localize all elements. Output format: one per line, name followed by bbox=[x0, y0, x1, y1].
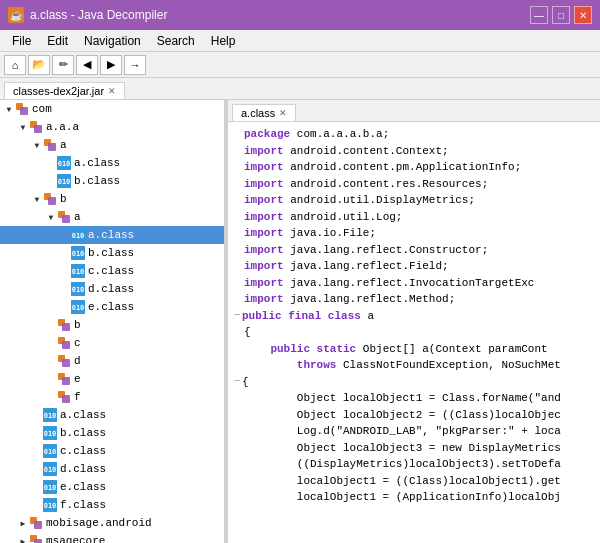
code-line: Object localObject1 = Class.forName("and bbox=[234, 390, 594, 407]
tree-item-cls-bb[interactable]: 010 b.class bbox=[0, 244, 224, 262]
package-icon bbox=[56, 335, 72, 351]
svg-text:010: 010 bbox=[58, 160, 71, 168]
class-icon: 010 bbox=[70, 299, 86, 315]
tree-item-cls-be[interactable]: 010 e.class bbox=[0, 298, 224, 316]
tree-toggle[interactable]: ▼ bbox=[18, 123, 28, 132]
toolbar-edit[interactable]: ✏ bbox=[52, 55, 74, 75]
tree-item-cls-e2[interactable]: 010 e.class bbox=[0, 478, 224, 496]
tree-toggle[interactable]: ▶ bbox=[18, 537, 28, 544]
maximize-button[interactable]: □ bbox=[552, 6, 570, 24]
tree-item-msagecore[interactable]: ▶ msagecore bbox=[0, 532, 224, 543]
tree-item-cls-c2[interactable]: 010 c.class bbox=[0, 442, 224, 460]
tree-item-cls-bc[interactable]: 010 c.class bbox=[0, 262, 224, 280]
code-line: public static Object[] a(Context paramCo… bbox=[234, 341, 594, 358]
tree-item-com-aaa-b-c[interactable]: c bbox=[0, 334, 224, 352]
tree-item-com-aaa-b-b[interactable]: b bbox=[0, 316, 224, 334]
tree-item-cls-b2[interactable]: 010 b.class bbox=[0, 424, 224, 442]
package-icon bbox=[28, 533, 44, 543]
tree-label: f bbox=[74, 391, 81, 403]
title-bar-left: ☕ a.class - Java Decompiler bbox=[8, 7, 167, 23]
tree-toggle[interactable]: ▶ bbox=[18, 519, 28, 528]
close-button[interactable]: ✕ bbox=[574, 6, 592, 24]
outer-tab-close[interactable]: ✕ bbox=[108, 86, 116, 96]
tree-item-com[interactable]: ▼ com bbox=[0, 100, 224, 118]
code-text: Object localObject2 = ((Class)localObjec bbox=[244, 407, 561, 424]
class-icon: 010 bbox=[70, 281, 86, 297]
code-line: localObject1 = ((Class)localObject1).get bbox=[234, 473, 594, 490]
code-editor[interactable]: package com.a.a.a.b.a;import android.con… bbox=[228, 122, 600, 543]
menu-edit[interactable]: Edit bbox=[39, 32, 76, 50]
tree-item-mobisage[interactable]: ▶ mobisage.android bbox=[0, 514, 224, 532]
menu-file[interactable]: File bbox=[4, 32, 39, 50]
code-text: localObject1 = (ApplicationInfo)localObj bbox=[244, 489, 561, 506]
tree-label: d.class bbox=[88, 283, 134, 295]
tree-label: d bbox=[74, 355, 81, 367]
code-text: Object localObject1 = Class.forName("and bbox=[244, 390, 561, 407]
tree-item-com-aaa-b-a[interactable]: ▼ a bbox=[0, 208, 224, 226]
toolbar-home[interactable]: ⌂ bbox=[4, 55, 26, 75]
class-icon: 010 bbox=[42, 407, 58, 423]
outer-tab-classes[interactable]: classes-dex2jar.jar ✕ bbox=[4, 82, 125, 99]
tree-label: a bbox=[74, 211, 81, 223]
package-icon bbox=[42, 137, 58, 153]
code-line: import android.content.Context; bbox=[234, 143, 594, 160]
code-tab-close[interactable]: ✕ bbox=[279, 108, 287, 118]
toolbar-forward[interactable]: ▶ bbox=[100, 55, 122, 75]
outer-tab-label: classes-dex2jar.jar bbox=[13, 85, 104, 97]
package-icon bbox=[56, 371, 72, 387]
package-icon bbox=[28, 119, 44, 135]
tree-toggle[interactable]: ▼ bbox=[4, 105, 14, 114]
code-line: import android.util.DisplayMetrics; bbox=[234, 192, 594, 209]
tree-item-com-aaa-a[interactable]: ▼ a bbox=[0, 136, 224, 154]
code-fold-icon[interactable]: − bbox=[234, 308, 240, 323]
toolbar-next[interactable]: → bbox=[124, 55, 146, 75]
menu-search[interactable]: Search bbox=[149, 32, 203, 50]
tree-item-cls-f2[interactable]: 010 f.class bbox=[0, 496, 224, 514]
svg-text:010: 010 bbox=[44, 430, 57, 438]
code-line: import java.lang.reflect.Constructor; bbox=[234, 242, 594, 259]
tree-item-cls-d2[interactable]: 010 d.class bbox=[0, 460, 224, 478]
class-icon: 010 bbox=[70, 263, 86, 279]
window-controls: — □ ✕ bbox=[530, 6, 592, 24]
tree-item-com-aaa[interactable]: ▼ a.a.a bbox=[0, 118, 224, 136]
tree-item-cls-b[interactable]: 010 b.class bbox=[0, 172, 224, 190]
code-text: import android.content.res.Resources; bbox=[244, 176, 488, 193]
tree-item-com-aaa-b[interactable]: ▼ b bbox=[0, 190, 224, 208]
tree-item-cls-a2[interactable]: 010 a.class bbox=[0, 406, 224, 424]
menu-navigation[interactable]: Navigation bbox=[76, 32, 149, 50]
tree-label: b bbox=[74, 319, 81, 331]
svg-rect-1 bbox=[20, 107, 28, 115]
tree-toggle[interactable]: ▼ bbox=[46, 213, 56, 222]
svg-rect-49 bbox=[34, 539, 42, 543]
tree-item-cls-bd[interactable]: 010 d.class bbox=[0, 280, 224, 298]
code-line: Object localObject2 = ((Class)localObjec bbox=[234, 407, 594, 424]
class-icon: 010 bbox=[42, 443, 58, 459]
tree-item-cls-a[interactable]: 010 a.class bbox=[0, 154, 224, 172]
tree-label: b.class bbox=[60, 427, 106, 439]
code-fold-icon[interactable]: − bbox=[234, 374, 240, 389]
tree-item-com-aaa-b-f[interactable]: f bbox=[0, 388, 224, 406]
code-line: import java.lang.reflect.Method; bbox=[234, 291, 594, 308]
file-tree[interactable]: ▼ com▼ a.a.a▼ a 010 a.class 010 b.class▼… bbox=[0, 100, 224, 543]
code-text: public static Object[] a(Context paramCo… bbox=[244, 341, 548, 358]
toolbar-open[interactable]: 📂 bbox=[28, 55, 50, 75]
tree-item-com-aaa-b-e[interactable]: e bbox=[0, 370, 224, 388]
code-tab-label: a.class bbox=[241, 107, 275, 119]
minimize-button[interactable]: — bbox=[530, 6, 548, 24]
code-line: package com.a.a.a.b.a; bbox=[234, 126, 594, 143]
svg-rect-11 bbox=[48, 197, 56, 205]
toolbar-back[interactable]: ◀ bbox=[76, 55, 98, 75]
tree-label: e.class bbox=[88, 301, 134, 313]
tree-item-com-aaa-b-d[interactable]: d bbox=[0, 352, 224, 370]
code-text: Log.d("ANDROID_LAB", "pkgParser:" + loca bbox=[244, 423, 561, 440]
tree-toggle[interactable]: ▼ bbox=[32, 195, 42, 204]
menu-bar: File Edit Navigation Search Help bbox=[0, 30, 600, 52]
code-tab-aclass[interactable]: a.class ✕ bbox=[232, 104, 296, 121]
svg-rect-31 bbox=[62, 377, 70, 385]
code-text: import java.lang.reflect.Method; bbox=[244, 291, 455, 308]
svg-text:010: 010 bbox=[44, 484, 57, 492]
tree-toggle[interactable]: ▼ bbox=[32, 141, 42, 150]
tree-item-cls-ba[interactable]: 010 a.class bbox=[0, 226, 224, 244]
menu-help[interactable]: Help bbox=[203, 32, 244, 50]
app-icon: ☕ bbox=[8, 7, 24, 23]
